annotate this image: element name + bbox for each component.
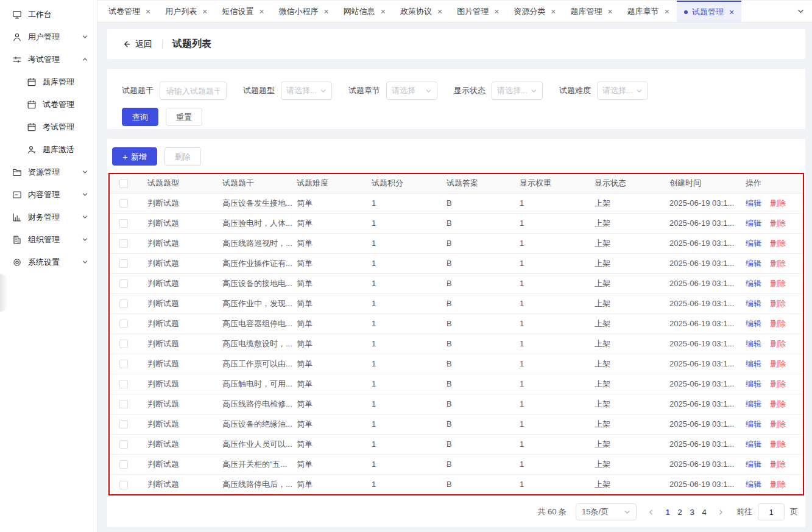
row-checkbox[interactable] (119, 279, 128, 288)
sidebar-item-bank-activation[interactable]: 题库激活 (0, 138, 97, 161)
tab-policy-agreement[interactable]: 政策协议× (393, 1, 450, 22)
tab-resource-category[interactable]: 资源分类× (506, 1, 563, 22)
delete-link[interactable]: 删除 (770, 339, 786, 348)
tab-site-info[interactable]: 网站信息× (336, 1, 393, 22)
tab-question-management[interactable]: 试题管理× (677, 1, 741, 22)
row-checkbox[interactable] (119, 199, 128, 208)
edit-link[interactable]: 编辑 (746, 419, 761, 429)
tab-bank-chapter[interactable]: 题库章节× (620, 1, 677, 22)
row-checkbox[interactable] (119, 239, 128, 248)
sidebar-item-resource-management[interactable]: 资源管理 (0, 161, 97, 183)
close-icon[interactable]: × (551, 7, 556, 16)
delete-link[interactable]: 删除 (770, 399, 786, 408)
prev-page-button[interactable] (646, 509, 656, 516)
row-checkbox[interactable] (119, 380, 128, 388)
edit-link[interactable]: 编辑 (746, 460, 761, 469)
delete-link[interactable]: 删除 (770, 419, 786, 429)
tab-wechat-miniapp[interactable]: 微信小程序× (272, 1, 336, 22)
row-checkbox[interactable] (119, 400, 128, 408)
row-checkbox[interactable] (119, 320, 128, 328)
delete-link[interactable]: 删除 (770, 259, 786, 268)
delete-button[interactable]: 删除 (164, 147, 201, 166)
delete-link[interactable]: 删除 (770, 239, 786, 248)
close-icon[interactable]: × (608, 7, 613, 16)
sidebar-item-organization-management[interactable]: 组织管理 (0, 228, 97, 251)
edit-link[interactable]: 编辑 (746, 359, 761, 368)
page-size-select[interactable]: 15条/页 (576, 503, 637, 520)
row-checkbox[interactable] (119, 299, 128, 308)
delete-link[interactable]: 删除 (770, 460, 786, 469)
stem-input[interactable] (160, 82, 227, 100)
close-icon[interactable]: × (665, 7, 669, 16)
sidebar-item-paper-management[interactable]: 试卷管理 (0, 93, 97, 116)
page-number-4[interactable]: 4 (698, 508, 710, 517)
sidebar-item-exam-management-sub[interactable]: 考试管理 (0, 116, 97, 138)
edit-link[interactable]: 编辑 (746, 299, 761, 308)
row-checkbox[interactable] (119, 259, 128, 268)
type-select[interactable]: 请选择... (281, 82, 332, 100)
close-icon[interactable]: × (494, 7, 499, 16)
delete-link[interactable]: 删除 (770, 319, 786, 328)
close-icon[interactable]: × (146, 7, 150, 16)
close-icon[interactable]: × (202, 7, 207, 16)
page-number-3[interactable]: 3 (686, 508, 698, 517)
edit-link[interactable]: 编辑 (746, 439, 761, 449)
tab-paper-management[interactable]: 试卷管理× (101, 1, 158, 22)
tab-image-management[interactable]: 图片管理× (450, 1, 506, 22)
add-button[interactable]: + 新增 (112, 147, 157, 166)
row-checkbox[interactable] (119, 360, 128, 368)
sidebar-item-system-settings[interactable]: 系统设置 (0, 251, 97, 273)
reset-button[interactable]: 重置 (166, 108, 202, 126)
sidebar-item-workbench[interactable]: 工作台 (0, 3, 97, 26)
edit-link[interactable]: 编辑 (746, 319, 761, 328)
row-checkbox[interactable] (119, 440, 128, 449)
tab-question-bank-management[interactable]: 题库管理× (563, 1, 620, 22)
close-icon[interactable]: × (729, 8, 734, 16)
goto-page-input[interactable] (758, 503, 785, 520)
close-icon[interactable]: × (437, 7, 442, 16)
delete-link[interactable]: 删除 (770, 279, 786, 288)
edit-link[interactable]: 编辑 (746, 239, 761, 248)
close-icon[interactable]: × (324, 7, 329, 16)
edit-link[interactable]: 编辑 (746, 399, 761, 408)
tab-user-list[interactable]: 用户列表× (158, 1, 214, 22)
row-checkbox[interactable] (119, 340, 128, 348)
tab-sms-settings[interactable]: 短信设置× (214, 1, 271, 22)
close-icon[interactable]: × (259, 7, 264, 16)
row-checkbox[interactable] (119, 420, 128, 429)
edit-link[interactable]: 编辑 (746, 480, 761, 489)
next-page-button[interactable] (716, 509, 726, 516)
sidebar-item-content-management[interactable]: 内容管理 (0, 183, 97, 206)
delete-link[interactable]: 删除 (770, 299, 786, 308)
delete-link[interactable]: 删除 (770, 359, 786, 368)
page-number-2[interactable]: 2 (674, 508, 686, 517)
back-button[interactable]: 返回 (122, 39, 152, 50)
delete-link[interactable]: 删除 (770, 480, 786, 489)
edit-link[interactable]: 编辑 (746, 279, 761, 288)
sidebar-item-finance-management[interactable]: 财务管理 (0, 206, 97, 228)
display-status-select[interactable]: 请选择... (492, 82, 543, 100)
edit-link[interactable]: 编辑 (746, 198, 761, 208)
delete-link[interactable]: 删除 (770, 198, 786, 208)
row-checkbox[interactable] (119, 219, 128, 228)
difficulty-select[interactable]: 请选择... (597, 82, 648, 100)
edit-link[interactable]: 编辑 (746, 219, 761, 228)
cell-weight: 1 (520, 273, 595, 293)
sidebar-item-exam-management[interactable]: 考试管理 (0, 48, 97, 71)
sidebar-item-question-bank-management[interactable]: 题库管理 (0, 71, 97, 93)
edit-link[interactable]: 编辑 (746, 379, 761, 388)
delete-link[interactable]: 删除 (770, 439, 786, 449)
select-all-checkbox[interactable] (119, 180, 128, 188)
delete-link[interactable]: 删除 (770, 219, 786, 228)
search-button[interactable]: 查询 (122, 108, 158, 126)
sidebar-item-user-management[interactable]: 用户管理 (0, 26, 97, 48)
chevron-down-icon[interactable] (797, 1, 805, 22)
edit-link[interactable]: 编辑 (746, 259, 761, 268)
close-icon[interactable]: × (381, 7, 386, 16)
page-number-1[interactable]: 1 (662, 508, 674, 517)
row-checkbox[interactable] (119, 481, 128, 489)
chapter-select[interactable]: 请选择 (386, 82, 437, 100)
row-checkbox[interactable] (119, 460, 128, 469)
delete-link[interactable]: 删除 (770, 379, 786, 388)
edit-link[interactable]: 编辑 (746, 339, 761, 348)
